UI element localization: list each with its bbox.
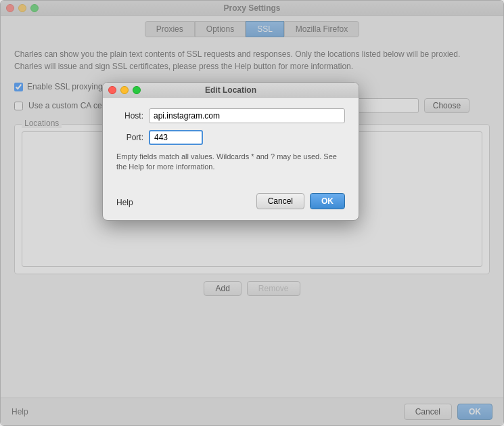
port-input[interactable] bbox=[149, 130, 203, 145]
port-row: Port: bbox=[116, 130, 345, 145]
modal-minimize-button[interactable] bbox=[120, 86, 129, 94]
modal-title: Edit Location bbox=[205, 85, 256, 95]
modal-cancel-button[interactable]: Cancel bbox=[256, 193, 304, 209]
modal-maximize-button[interactable] bbox=[133, 86, 141, 94]
modal-title-bar: Edit Location bbox=[103, 83, 359, 98]
hint-text: Empty fields match all values. Wildcards… bbox=[116, 152, 345, 173]
modal-close-button[interactable] bbox=[108, 86, 116, 94]
host-row: Host: bbox=[116, 108, 345, 123]
modal-ok-button[interactable]: OK bbox=[310, 193, 345, 209]
modal-content: Host: Port: Empty fields match all value… bbox=[103, 98, 359, 193]
main-window: Proxy Settings Proxies Options SSL Mozil… bbox=[0, 0, 504, 426]
modal-help-label: Help bbox=[116, 198, 133, 207]
host-label: Host: bbox=[116, 111, 143, 121]
modal-bottom-row: Help Cancel OK bbox=[103, 193, 359, 220]
host-input[interactable] bbox=[149, 108, 345, 123]
edit-location-dialog: Edit Location Host: Port: Empty fields m… bbox=[102, 82, 359, 221]
port-label: Port: bbox=[116, 133, 143, 142]
modal-buttons: Cancel OK bbox=[256, 193, 345, 212]
modal-traffic-lights bbox=[108, 86, 141, 94]
